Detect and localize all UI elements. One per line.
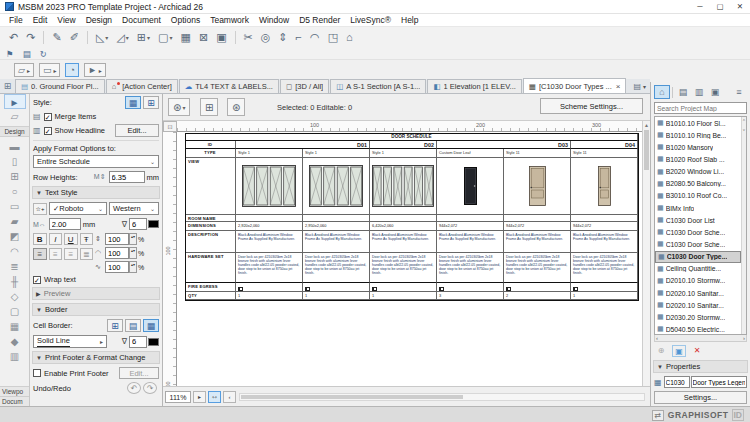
- spacing-input[interactable]: [105, 233, 129, 245]
- schedule-cell-dimensions[interactable]: 2,950x2,060: [303, 222, 370, 231]
- slab-tool-icon[interactable]: ▰: [4, 214, 26, 229]
- add-item-button[interactable]: ⊕: [654, 345, 668, 357]
- toolbar-button[interactable]: ◠: [307, 30, 323, 45]
- settings-button[interactable]: Settings...: [654, 391, 747, 404]
- schedule-cell-type[interactable]: Custom Door Leaf: [437, 149, 504, 158]
- list-horizontal-scrollbar[interactable]: ‹›: [654, 335, 747, 342]
- project-map-item[interactable]: ▦B1010.10 Floor Sl...: [655, 117, 741, 129]
- project-map-icon[interactable]: ⌂: [654, 85, 670, 99]
- beam-tool-icon[interactable]: ▭: [4, 199, 26, 214]
- text-style-section-header[interactable]: ▼ Text Style: [32, 186, 160, 199]
- menu-item[interactable]: Help: [396, 15, 423, 25]
- toolbar-button[interactable]: ⇕: [275, 30, 290, 45]
- fit-in-window-button[interactable]: ⇿: [208, 391, 221, 403]
- schedule-cell-description[interactable]: Black Anodised Aluminium Window Frame As…: [504, 231, 571, 253]
- print-footer-section-header[interactable]: ▼ Print Footer & Format Change: [32, 351, 160, 364]
- toolbar-button[interactable]: ⊞▾: [134, 30, 153, 45]
- schedule-cell-room[interactable]: [303, 215, 370, 222]
- menu-item[interactable]: View: [52, 15, 80, 25]
- toolbar-button[interactable]: ⌐: [293, 30, 305, 45]
- schedule-cell-description[interactable]: Black Anodised Aluminium Window Frame As…: [571, 231, 638, 253]
- zone-tool-icon[interactable]: ▢: [4, 304, 26, 319]
- layout-book-icon[interactable]: ▥: [691, 85, 707, 99]
- align-justify-button[interactable]: ≣: [80, 248, 94, 260]
- toolbar-button[interactable]: ◎: [258, 30, 274, 45]
- project-map-item[interactable]: ▦D2020.10 Sanitar...: [655, 287, 741, 299]
- scheme-options-button[interactable]: ⊛▾: [168, 98, 190, 116]
- project-map-item[interactable]: ▦C1030 Door Type...: [655, 251, 741, 263]
- enable-print-footer-checkbox[interactable]: [33, 369, 41, 377]
- underline-button[interactable]: U: [64, 233, 78, 245]
- preview-section-header[interactable]: ▶ Preview: [32, 287, 160, 300]
- project-map-item[interactable]: ▦B1020 Roof Slab ...: [655, 153, 741, 165]
- stair-tool-icon[interactable]: ≣: [4, 259, 26, 274]
- project-map-item[interactable]: ▦B1020 Mansory: [655, 141, 741, 153]
- scroll-up-icon[interactable]: ▲: [643, 121, 650, 129]
- schedule-cell-hardware[interactable]: Door lock as per 4210305bm 2x18 bronze f…: [370, 253, 437, 283]
- schedule-cell-dimensions[interactable]: 944x2,072: [504, 222, 571, 231]
- schedule-cell-qty[interactable]: 1: [370, 292, 437, 300]
- schedule-cell-qty[interactable]: 2: [504, 292, 571, 300]
- schedule-cell-hardware[interactable]: Door lock as per 4210305bm 2x18 bronze f…: [236, 253, 303, 283]
- schedule-cell-type[interactable]: Style 1: [303, 149, 370, 158]
- toolbar-button[interactable]: ⊠: [196, 30, 211, 45]
- tab[interactable]: ◻[3D / All]: [280, 79, 329, 93]
- project-map-item[interactable]: ▦B3010.10 Roof Co...: [655, 190, 741, 202]
- roof-tool-icon[interactable]: ◩: [4, 229, 26, 244]
- menu-item[interactable]: File: [4, 15, 28, 25]
- stepper-control[interactable]: ▴▾: [129, 261, 137, 273]
- schedule-cell-fire[interactable]: [437, 283, 504, 292]
- schedule-cell-room[interactable]: [504, 215, 571, 222]
- undo-button[interactable]: ↶: [127, 382, 141, 394]
- minimize-button[interactable]: ─: [690, 0, 710, 13]
- row-heights-input[interactable]: [109, 171, 145, 183]
- arrow-tool-button[interactable]: ►▸: [84, 63, 106, 77]
- expand-cells-button[interactable]: ⊞: [200, 98, 218, 116]
- stepper-control[interactable]: ▴▾: [129, 233, 137, 245]
- toolbar-button[interactable]: ↷: [23, 30, 38, 45]
- border-horizontal-button[interactable]: ▤: [125, 319, 141, 332]
- schedule-cell-fire[interactable]: [571, 283, 638, 292]
- schedule-cell-dimensions[interactable]: 944x2,072: [571, 222, 638, 231]
- schedule-cell-hardware[interactable]: Door lock as per 4210305bm 2x18 bronze f…: [437, 253, 504, 283]
- menu-item[interactable]: Design: [81, 15, 117, 25]
- project-map-item[interactable]: ▦B2020 Window Li...: [655, 166, 741, 178]
- properties-section-header[interactable]: ▼ Properties: [653, 360, 748, 373]
- project-map-item[interactable]: ▦D2020.10 Sanitar...: [655, 299, 741, 311]
- menu-item[interactable]: LiveSync®: [345, 15, 396, 25]
- window-tool-icon[interactable]: ⊞: [4, 169, 26, 184]
- quick-options-button[interactable]: ▤ ▾: [629, 79, 650, 93]
- bold-button[interactable]: B: [33, 233, 47, 245]
- scroll-left-icon[interactable]: ‹: [656, 335, 658, 341]
- marker-tool-button[interactable]: ▱▸: [14, 63, 34, 77]
- schedule-cell-type[interactable]: Style 1: [236, 149, 303, 158]
- font-select[interactable]: ✓Roboto ⌄: [49, 202, 107, 215]
- project-map-item[interactable]: ▦D2010.10 Stormw...: [655, 275, 741, 287]
- spacing-input[interactable]: [105, 261, 129, 273]
- door-id-cell[interactable]: D01: [236, 141, 370, 149]
- publisher-icon[interactable]: ▣: [707, 85, 723, 99]
- schedule-cell-room[interactable]: [370, 215, 437, 222]
- schedule-cell-fire[interactable]: [303, 283, 370, 292]
- zoom-level[interactable]: 111%: [165, 391, 191, 403]
- zone-tool-button[interactable]: ▭▸: [39, 63, 61, 77]
- project-map-item[interactable]: ▦C1030 Door List: [655, 214, 741, 226]
- script-select[interactable]: Western ⌄: [109, 202, 159, 215]
- schedule-cell-description[interactable]: Black Anodised Aluminium Window Frame As…: [370, 231, 437, 253]
- arrow-tool-icon[interactable]: ►: [4, 94, 26, 109]
- palette-tab[interactable]: Viewpo: [0, 386, 29, 396]
- border-section-header[interactable]: ▼ Border: [32, 303, 160, 316]
- schedule-cell-view[interactable]: [504, 158, 571, 215]
- schedule-cell-room[interactable]: [571, 215, 638, 222]
- menu-item[interactable]: Edit: [28, 15, 53, 25]
- morph-tool-icon[interactable]: ◆: [4, 334, 26, 349]
- menu-item[interactable]: Options: [166, 15, 205, 25]
- wrap-text-checkbox[interactable]: ✓: [33, 276, 41, 284]
- search-input[interactable]: [654, 102, 747, 114]
- tab[interactable]: ☁TL4 TEXT & LABELS...: [179, 79, 279, 93]
- schedule-cell-hardware[interactable]: Door lock as per 4210305bm 2x18 bronze f…: [303, 253, 370, 283]
- stepper-control[interactable]: ▴▾: [129, 247, 137, 259]
- schedule-cell-type[interactable]: Style 11: [571, 149, 638, 158]
- toolbar-button[interactable]: ↶: [6, 30, 21, 45]
- palette-tab[interactable]: Docum: [0, 396, 29, 406]
